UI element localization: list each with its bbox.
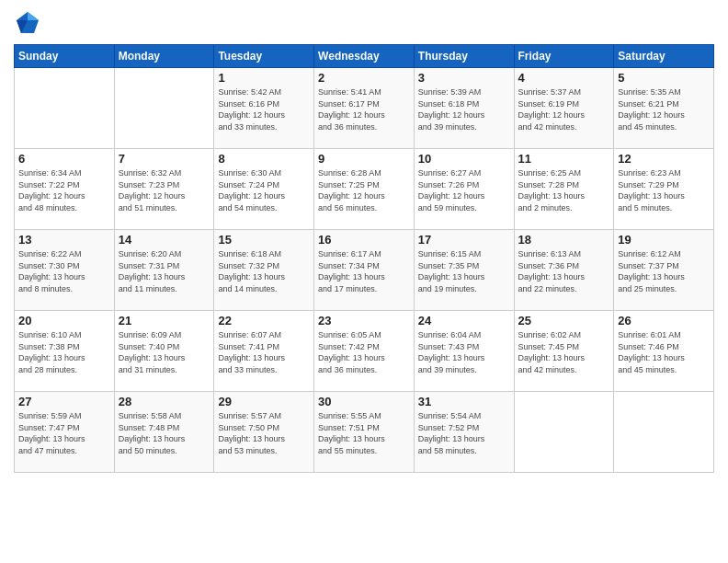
day-number: 30 (318, 395, 410, 408)
calendar-week-row: 6Sunrise: 6:34 AM Sunset: 7:22 PM Daylig… (15, 149, 714, 230)
day-info: Sunrise: 6:13 AM Sunset: 7:36 PM Dayligh… (518, 248, 610, 294)
day-number: 23 (318, 314, 410, 327)
weekday-header: Tuesday (214, 45, 314, 68)
day-info: Sunrise: 5:37 AM Sunset: 6:19 PM Dayligh… (518, 86, 610, 132)
calendar-cell: 31Sunrise: 5:54 AM Sunset: 7:52 PM Dayli… (414, 392, 514, 473)
day-number: 3 (418, 71, 510, 85)
logo (14, 9, 45, 37)
weekday-header: Monday (114, 45, 214, 68)
header (14, 9, 714, 37)
day-info: Sunrise: 5:59 AM Sunset: 7:47 PM Dayligh… (18, 410, 110, 456)
day-info: Sunrise: 6:15 AM Sunset: 7:35 PM Dayligh… (418, 248, 510, 294)
calendar-cell: 18Sunrise: 6:13 AM Sunset: 7:36 PM Dayli… (514, 230, 614, 311)
calendar-cell: 29Sunrise: 5:57 AM Sunset: 7:50 PM Dayli… (214, 392, 314, 473)
day-number: 31 (418, 395, 510, 408)
svg-marker-1 (28, 12, 39, 20)
calendar-cell: 24Sunrise: 6:04 AM Sunset: 7:43 PM Dayli… (414, 311, 514, 392)
calendar-cell: 14Sunrise: 6:20 AM Sunset: 7:31 PM Dayli… (114, 230, 214, 311)
calendar-cell (614, 392, 714, 473)
day-number: 2 (318, 71, 410, 85)
logo-icon (14, 9, 41, 37)
day-number: 14 (119, 233, 210, 247)
calendar-cell: 8Sunrise: 6:30 AM Sunset: 7:24 PM Daylig… (214, 149, 314, 230)
day-number: 8 (218, 152, 310, 166)
day-number: 16 (318, 233, 410, 247)
calendar-cell: 22Sunrise: 6:07 AM Sunset: 7:41 PM Dayli… (214, 311, 314, 392)
day-number: 22 (218, 314, 310, 327)
day-info: Sunrise: 6:27 AM Sunset: 7:26 PM Dayligh… (418, 167, 510, 213)
calendar-cell (15, 68, 115, 149)
calendar-cell: 20Sunrise: 6:10 AM Sunset: 7:38 PM Dayli… (15, 311, 115, 392)
day-number: 24 (418, 314, 510, 327)
day-info: Sunrise: 6:25 AM Sunset: 7:28 PM Dayligh… (518, 167, 610, 213)
calendar-cell: 6Sunrise: 6:34 AM Sunset: 7:22 PM Daylig… (15, 149, 115, 230)
day-info: Sunrise: 6:23 AM Sunset: 7:29 PM Dayligh… (618, 167, 710, 213)
day-info: Sunrise: 6:20 AM Sunset: 7:31 PM Dayligh… (119, 248, 210, 294)
day-number: 1 (218, 71, 310, 85)
day-number: 18 (518, 233, 610, 247)
day-info: Sunrise: 6:30 AM Sunset: 7:24 PM Dayligh… (218, 167, 310, 213)
calendar-header-row: SundayMondayTuesdayWednesdayThursdayFrid… (15, 45, 714, 68)
day-number: 11 (518, 152, 610, 166)
calendar-week-row: 20Sunrise: 6:10 AM Sunset: 7:38 PM Dayli… (15, 311, 714, 392)
day-number: 29 (218, 395, 310, 408)
calendar-cell: 10Sunrise: 6:27 AM Sunset: 7:26 PM Dayli… (414, 149, 514, 230)
calendar-cell: 13Sunrise: 6:22 AM Sunset: 7:30 PM Dayli… (15, 230, 115, 311)
day-info: Sunrise: 6:32 AM Sunset: 7:23 PM Dayligh… (119, 167, 210, 213)
calendar-cell: 7Sunrise: 6:32 AM Sunset: 7:23 PM Daylig… (114, 149, 214, 230)
day-info: Sunrise: 6:01 AM Sunset: 7:46 PM Dayligh… (618, 329, 710, 375)
day-info: Sunrise: 6:34 AM Sunset: 7:22 PM Dayligh… (18, 167, 110, 213)
day-number: 6 (18, 152, 110, 166)
calendar-cell (514, 392, 614, 473)
calendar-body: 1Sunrise: 5:42 AM Sunset: 6:16 PM Daylig… (15, 68, 714, 473)
calendar-cell: 9Sunrise: 6:28 AM Sunset: 7:25 PM Daylig… (314, 149, 415, 230)
day-info: Sunrise: 5:54 AM Sunset: 7:52 PM Dayligh… (418, 410, 510, 456)
calendar-cell: 16Sunrise: 6:17 AM Sunset: 7:34 PM Dayli… (314, 230, 415, 311)
day-info: Sunrise: 6:05 AM Sunset: 7:42 PM Dayligh… (318, 329, 410, 375)
day-info: Sunrise: 5:41 AM Sunset: 6:17 PM Dayligh… (318, 86, 410, 132)
calendar-cell: 23Sunrise: 6:05 AM Sunset: 7:42 PM Dayli… (314, 311, 415, 392)
calendar-week-row: 1Sunrise: 5:42 AM Sunset: 6:16 PM Daylig… (15, 68, 714, 149)
weekday-header: Saturday (614, 45, 714, 68)
day-info: Sunrise: 5:35 AM Sunset: 6:21 PM Dayligh… (618, 86, 710, 132)
day-info: Sunrise: 6:18 AM Sunset: 7:32 PM Dayligh… (218, 248, 310, 294)
calendar-cell: 25Sunrise: 6:02 AM Sunset: 7:45 PM Dayli… (514, 311, 614, 392)
calendar-cell: 5Sunrise: 5:35 AM Sunset: 6:21 PM Daylig… (614, 68, 714, 149)
day-number: 26 (618, 314, 710, 327)
calendar-cell: 26Sunrise: 6:01 AM Sunset: 7:46 PM Dayli… (614, 311, 714, 392)
day-info: Sunrise: 5:39 AM Sunset: 6:18 PM Dayligh… (418, 86, 510, 132)
calendar-cell: 27Sunrise: 5:59 AM Sunset: 7:47 PM Dayli… (15, 392, 115, 473)
day-info: Sunrise: 6:09 AM Sunset: 7:40 PM Dayligh… (119, 329, 210, 375)
page: SundayMondayTuesdayWednesdayThursdayFrid… (0, 0, 728, 482)
day-number: 27 (18, 395, 110, 408)
calendar-cell: 19Sunrise: 6:12 AM Sunset: 7:37 PM Dayli… (614, 230, 714, 311)
calendar-cell (114, 68, 214, 149)
day-number: 20 (18, 314, 110, 327)
calendar-cell: 17Sunrise: 6:15 AM Sunset: 7:35 PM Dayli… (414, 230, 514, 311)
calendar-cell: 1Sunrise: 5:42 AM Sunset: 6:16 PM Daylig… (214, 68, 314, 149)
day-number: 25 (518, 314, 610, 327)
calendar: SundayMondayTuesdayWednesdayThursdayFrid… (14, 44, 714, 473)
day-info: Sunrise: 6:22 AM Sunset: 7:30 PM Dayligh… (18, 248, 110, 294)
day-info: Sunrise: 6:02 AM Sunset: 7:45 PM Dayligh… (518, 329, 610, 375)
calendar-cell: 3Sunrise: 5:39 AM Sunset: 6:18 PM Daylig… (414, 68, 514, 149)
calendar-cell: 2Sunrise: 5:41 AM Sunset: 6:17 PM Daylig… (314, 68, 415, 149)
calendar-week-row: 27Sunrise: 5:59 AM Sunset: 7:47 PM Dayli… (15, 392, 714, 473)
calendar-cell: 21Sunrise: 6:09 AM Sunset: 7:40 PM Dayli… (114, 311, 214, 392)
calendar-cell: 30Sunrise: 5:55 AM Sunset: 7:51 PM Dayli… (314, 392, 415, 473)
day-number: 21 (119, 314, 210, 327)
day-info: Sunrise: 5:57 AM Sunset: 7:50 PM Dayligh… (218, 410, 310, 456)
day-number: 17 (418, 233, 510, 247)
day-number: 13 (18, 233, 110, 247)
day-info: Sunrise: 6:10 AM Sunset: 7:38 PM Dayligh… (18, 329, 110, 375)
day-number: 12 (618, 152, 710, 166)
day-number: 10 (418, 152, 510, 166)
day-number: 19 (618, 233, 710, 247)
calendar-cell: 28Sunrise: 5:58 AM Sunset: 7:48 PM Dayli… (114, 392, 214, 473)
weekday-header: Wednesday (314, 45, 415, 68)
calendar-cell: 4Sunrise: 5:37 AM Sunset: 6:19 PM Daylig… (514, 68, 614, 149)
day-info: Sunrise: 6:28 AM Sunset: 7:25 PM Dayligh… (318, 167, 410, 213)
weekday-header: Friday (514, 45, 614, 68)
day-number: 7 (119, 152, 210, 166)
weekday-header: Sunday (15, 45, 115, 68)
